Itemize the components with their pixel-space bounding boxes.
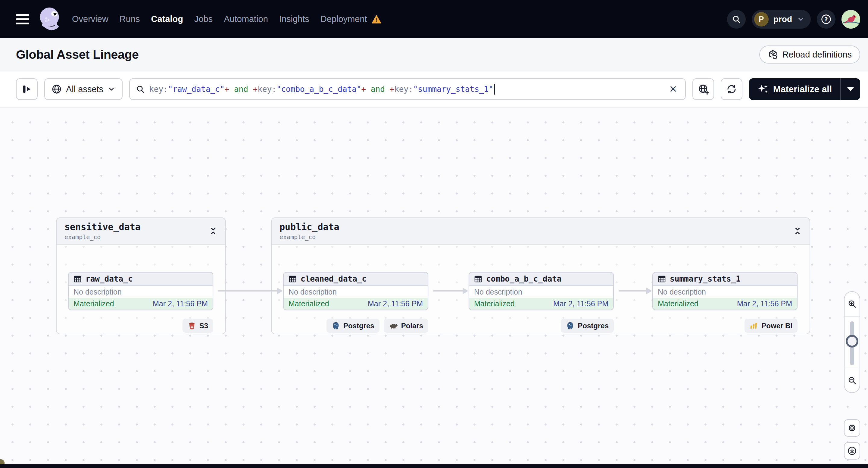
query-token-keyword: and <box>366 85 390 94</box>
query-token-op: + <box>225 85 229 94</box>
zoom-in-icon <box>847 299 857 308</box>
graph-settings-button[interactable] <box>844 419 860 437</box>
filter-to-graph-button[interactable] <box>692 78 714 100</box>
table-icon <box>474 275 482 283</box>
asset-description: No description <box>69 286 213 298</box>
query-token-op: + <box>390 85 395 94</box>
edge-raw-to-cleaned <box>218 290 277 291</box>
zoom-slider-thumb[interactable] <box>846 335 858 347</box>
zoom-in-button[interactable] <box>844 292 860 316</box>
polars-bear-icon <box>389 322 398 330</box>
powerbi-icon <box>750 322 758 330</box>
materialized-timestamp[interactable]: Mar 2, 11:56 PM <box>153 299 208 308</box>
postgres-icon <box>566 322 575 330</box>
collapse-group-icon[interactable] <box>793 227 802 235</box>
tag-postgres[interactable]: Postgres <box>561 319 614 333</box>
query-token-value: "raw_data_c" <box>168 85 225 94</box>
nav-item-deployment[interactable]: Deployment <box>320 14 367 24</box>
clear-filter-button[interactable]: ✕ <box>666 83 680 96</box>
asset-node-combo-a-b-c-data[interactable]: combo_a_b_c_data No description Material… <box>469 272 614 310</box>
tag-row-raw-data-c: S3 <box>68 319 213 333</box>
materialized-timestamp[interactable]: Mar 2, 11:56 PM <box>368 299 423 308</box>
search-icon <box>136 85 145 94</box>
dagster-logo[interactable] <box>36 5 65 34</box>
group-header[interactable]: sensitive_data example_co <box>57 218 225 245</box>
materialized-timestamp[interactable]: Mar 2, 11:56 PM <box>553 299 609 308</box>
open-sidebar-button[interactable] <box>16 78 38 100</box>
query-token-field: key: <box>257 85 277 94</box>
asset-card-header: combo_a_b_c_data <box>469 273 613 286</box>
nav-item-insights[interactable]: Insights <box>279 14 309 24</box>
nav-item-jobs[interactable]: Jobs <box>194 14 213 24</box>
reload-definitions-button[interactable]: Reload definitions <box>759 45 860 64</box>
postgres-icon <box>332 322 340 330</box>
group-header[interactable]: public_data example_co <box>272 218 810 245</box>
materialized-status: Materialized <box>658 299 699 308</box>
bottom-panel-edge <box>0 464 868 468</box>
asset-card-header: raw_data_c <box>69 273 213 286</box>
asset-name: summary_stats_1 <box>670 274 741 283</box>
sparkles-icon <box>757 84 768 95</box>
text-cursor <box>494 84 495 95</box>
chevron-down-icon <box>107 85 115 93</box>
materialize-all-label: Materialize all <box>773 84 832 94</box>
materialize-all-button[interactable]: Materialize all <box>749 78 840 100</box>
table-icon <box>288 275 297 283</box>
edge-arrowhead <box>463 288 468 294</box>
refresh-icon <box>726 84 737 95</box>
refresh-button[interactable] <box>721 78 742 100</box>
zoom-out-icon <box>847 376 857 385</box>
nav-items: OverviewRunsCatalogJobsAutomationInsight… <box>72 14 381 24</box>
asset-status-row: Materialized Mar 2, 11:56 PM <box>69 298 213 310</box>
download-graph-button[interactable] <box>844 442 860 460</box>
query-token-keyword: and <box>229 85 253 94</box>
query-token-op: + <box>253 85 258 94</box>
group-name: sensitive_data <box>64 222 141 232</box>
table-icon <box>73 275 82 283</box>
tag-s3[interactable]: S3 <box>183 319 213 333</box>
tag-row-cleaned-data-c: Postgres Polars <box>283 319 428 333</box>
deployment-switcher[interactable]: P prod <box>752 10 811 29</box>
edge-cleaned-to-combo <box>433 290 463 291</box>
asset-node-raw-data-c[interactable]: raw_data_c No description Materialized M… <box>68 272 213 310</box>
group-name: public_data <box>279 222 339 232</box>
page-header: Global Asset Lineage Reload definitions <box>0 38 868 71</box>
tag-polars[interactable]: Polars <box>384 319 428 333</box>
asset-node-summary-stats-1[interactable]: summary_stats_1 No description Materiali… <box>652 272 798 310</box>
help-button[interactable]: ? <box>817 10 835 29</box>
navbar-right-cluster: P prod ? <box>727 10 860 29</box>
query-token-value: "summary_stats_1" <box>413 85 493 94</box>
panel-open-icon <box>21 84 32 95</box>
s3-bucket-icon <box>188 322 196 330</box>
asset-name: raw_data_c <box>86 274 133 283</box>
tag-power-bi[interactable]: Power BI <box>745 319 798 333</box>
asset-description: No description <box>469 286 613 298</box>
tag-postgres[interactable]: Postgres <box>327 319 379 333</box>
zoom-out-button[interactable] <box>844 368 860 393</box>
nav-item-overview[interactable]: Overview <box>72 14 108 24</box>
asset-node-cleaned-data-c[interactable]: cleaned_data_c No description Materializ… <box>283 272 428 310</box>
tag-label: Postgres <box>578 322 609 330</box>
asset-name: combo_a_b_c_data <box>486 274 561 283</box>
user-avatar[interactable] <box>841 10 860 29</box>
group-location: example_co <box>64 233 141 241</box>
lineage-graph-canvas[interactable]: sensitive_data example_co public_data ex… <box>0 107 868 468</box>
asset-filter-input[interactable]: key:"raw_data_c"+ and +key:"combo_a_b_c_… <box>129 78 686 100</box>
nav-item-catalog[interactable]: Catalog <box>151 14 183 24</box>
materialized-timestamp[interactable]: Mar 2, 11:56 PM <box>737 299 792 308</box>
materialized-status: Materialized <box>288 299 329 308</box>
asset-description: No description <box>653 286 797 298</box>
tag-row-combo-a-b-c-data: Postgres <box>469 319 614 333</box>
collapse-group-icon[interactable] <box>209 227 217 235</box>
edge-arrowhead <box>277 288 283 294</box>
asset-scope-dropdown[interactable]: All assets <box>44 78 123 100</box>
nav-item-runs[interactable]: Runs <box>120 14 140 24</box>
materialize-options-caret[interactable] <box>840 78 860 100</box>
nav-item-automation[interactable]: Automation <box>224 14 268 24</box>
menu-hamburger-icon[interactable] <box>16 14 29 24</box>
materialize-all-split-button: Materialize all <box>749 78 860 100</box>
asset-description: No description <box>284 286 428 298</box>
query-token-op: + <box>362 85 366 94</box>
global-search-button[interactable] <box>727 10 746 29</box>
asset-scope-label: All assets <box>66 84 103 94</box>
